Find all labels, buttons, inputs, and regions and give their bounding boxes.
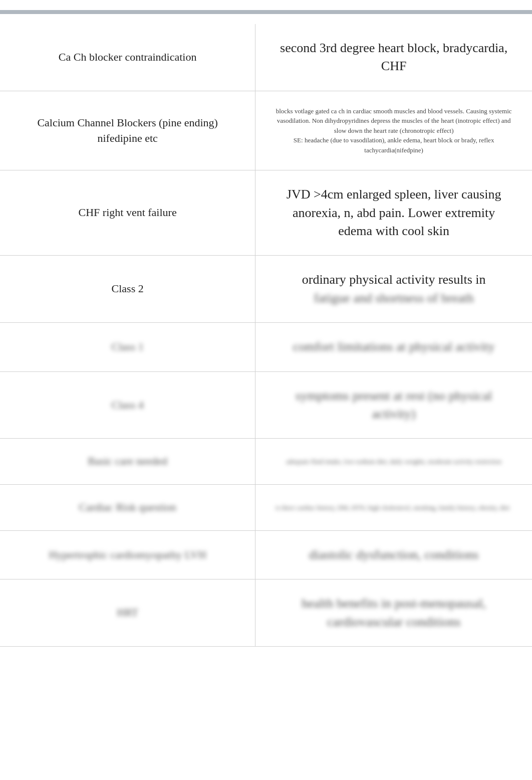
table-row: Cardiac Risk question is there cardiac h… — [0, 485, 532, 531]
front-text-blurred: Cardiac Risk question — [79, 501, 176, 513]
table-row: HRT health benefits in post-menopausal, … — [0, 579, 532, 647]
back-cell: diastolic dysfunction, conditions — [255, 531, 532, 579]
front-cell: Hypertrophic cardiomyopathy LVH — [0, 531, 255, 579]
back-text: blocks votlage gated ca ch in cardiac sm… — [276, 107, 512, 154]
table-row: Class 4 symptoms present at rest (no phy… — [0, 371, 532, 439]
front-text: Class 2 — [112, 282, 144, 295]
back-cell: JVD >4cm enlarged spleen, liver causing … — [255, 170, 532, 256]
back-text-blurred: diastolic dysfunction, conditions — [309, 547, 479, 562]
front-text-blurred: Hypertrophic cardiomyopathy LVH — [49, 548, 206, 561]
front-text-blurred: Basic care needed — [88, 455, 167, 467]
table-row: Class 1 comfort limitations at physical … — [0, 323, 532, 371]
front-cell: HRT — [0, 579, 255, 647]
front-cell: Basic care needed — [0, 439, 255, 485]
front-cell: Calcium Channel Blockers (pine ending) n… — [0, 91, 255, 170]
front-text-blurred: Class 1 — [112, 340, 144, 353]
table-row: Class 2 ordinary physical activity resul… — [0, 256, 532, 323]
table-row: Basic care needed adequate fluid intake,… — [0, 439, 532, 485]
back-text-blurred: comfort limitations at physical activity — [293, 339, 495, 354]
front-cell: Class 4 — [0, 371, 255, 439]
back-cell: adequate fluid intake, low-sodium diet, … — [255, 439, 532, 485]
table-row: Ca Ch blocker contraindication second 3r… — [0, 24, 532, 91]
front-cell: Cardiac Risk question — [0, 485, 255, 531]
back-text-blurred: symptoms present at rest (no physical ac… — [296, 388, 492, 421]
back-cell: symptoms present at rest (no physical ac… — [255, 371, 532, 439]
table-row: CHF right vent failure JVD >4cm enlarged… — [0, 170, 532, 256]
table-row: Hypertrophic cardiomyopathy LVH diastoli… — [0, 531, 532, 579]
front-cell: Class 1 — [0, 323, 255, 371]
back-cell: comfort limitations at physical activity — [255, 323, 532, 371]
front-cell: Class 2 — [0, 256, 255, 323]
front-text: Calcium Channel Blockers (pine ending) n… — [37, 116, 217, 144]
back-text-blurred: health benefits in post-menopausal, card… — [302, 596, 486, 629]
front-cell: Ca Ch blocker contraindication — [0, 24, 255, 91]
page: Ca Ch blocker contraindication second 3r… — [0, 0, 532, 780]
back-text: JVD >4cm enlarged spleen, liver causing … — [287, 187, 501, 238]
front-text: CHF right vent failure — [79, 206, 177, 219]
front-text-blurred: HRT — [117, 606, 138, 619]
flashcard-table: Ca Ch blocker contraindication second 3r… — [0, 24, 532, 647]
front-text-blurred: Class 4 — [112, 399, 144, 411]
front-text: Ca Ch blocker contraindication — [59, 51, 197, 63]
back-text-blurred: is there cardiac history, DM, HTN, high … — [276, 503, 512, 513]
back-cell: blocks votlage gated ca ch in cardiac sm… — [255, 91, 532, 170]
top-bar — [0, 10, 532, 14]
back-text-blurred: adequate fluid intake, low-sodium diet, … — [276, 457, 512, 467]
back-text-blurred: fatigue and shortness of breath — [314, 291, 474, 305]
front-cell: CHF right vent failure — [0, 170, 255, 256]
back-cell: ordinary physical activity results in fa… — [255, 256, 532, 323]
table-row: Calcium Channel Blockers (pine ending) n… — [0, 91, 532, 170]
back-cell: is there cardiac history, DM, HTN, high … — [255, 485, 532, 531]
back-text-visible: ordinary physical activity results in — [302, 272, 486, 287]
back-cell: health benefits in post-menopausal, card… — [255, 579, 532, 647]
back-cell: second 3rd degree heart block, bradycard… — [255, 24, 532, 91]
back-text: second 3rd degree heart block, bradycard… — [280, 41, 507, 73]
